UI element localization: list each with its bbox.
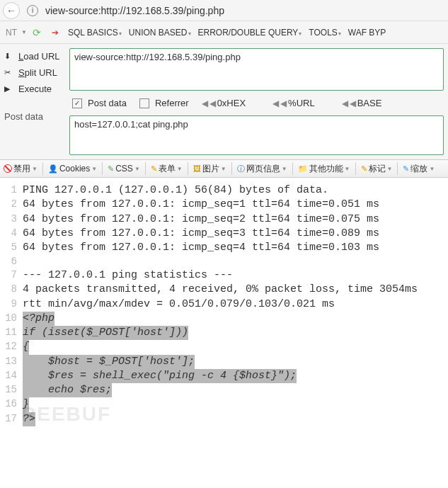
post-data-input[interactable]: host=127.0.0.1;cat ping.php: [69, 115, 444, 155]
mark-button[interactable]: ✎标记▼: [359, 163, 395, 175]
line-number: 10: [3, 312, 23, 326]
download-icon: ⬇: [4, 52, 14, 61]
cookie-icon: 👤: [48, 164, 58, 174]
source-line: 64 bytes from 127.0.0.1: icmp_seq=3 ttl=…: [23, 227, 379, 241]
line-number: 2: [3, 198, 23, 212]
sidebar: ⬇ Load URL ✂ Split URL ▶ Execute Post da…: [0, 44, 69, 159]
line-number: 12: [3, 340, 23, 354]
zoom-button[interactable]: ✎缩放▼: [401, 163, 437, 175]
source-code-view: 1PING 127.0.0.1 (127.0.0.1) 56(84) bytes…: [0, 178, 448, 432]
source-line: $host = $_POST['host'];: [23, 355, 195, 369]
menu-union-based[interactable]: UNION BASED▾: [126, 28, 194, 38]
developer-toolbar: 禁用▼ 👤Cookies▼ ✎CSS▼ ✎表单▼ 🖼图片▼ ⓘ网页信息▼ 📁其他…: [0, 159, 448, 178]
source-line: echo $res;: [23, 383, 112, 397]
address-bar[interactable]: view-source:http://192.168.5.39/ping.php: [41, 5, 445, 16]
browser-nav: ← i view-source:http://192.168.5.39/ping…: [0, 0, 448, 21]
source-line: 64 bytes from 127.0.0.1: icmp_seq=4 ttl=…: [23, 241, 379, 255]
info-icon: ⓘ: [237, 164, 245, 174]
post-data-checkbox-label: Post data: [88, 98, 127, 108]
hackbar-main: ⬇ Load URL ✂ Split URL ▶ Execute Post da…: [0, 44, 448, 159]
referrer-checkbox-label: Referrer: [155, 98, 189, 108]
menu-tools[interactable]: TOOLS▾: [306, 28, 343, 38]
line-number: 7: [3, 268, 23, 283]
source-line: rtt min/avg/max/mdev = 0.051/0.079/0.103…: [23, 297, 335, 312]
source-line: {: [23, 340, 29, 354]
content-column: view-source:http://192.168.5.39/ping.php…: [69, 44, 448, 159]
site-info-icon[interactable]: i: [27, 5, 38, 16]
line-number: 16: [3, 397, 23, 412]
pencil-icon: ✎: [403, 164, 409, 174]
split-icon: ✂: [4, 68, 14, 77]
line-number: 11: [3, 326, 23, 340]
source-line: <?php: [23, 312, 54, 326]
post-data-label: Post data: [3, 97, 67, 125]
line-number: 17: [3, 412, 23, 426]
arrow-right-icon[interactable]: ➔: [50, 27, 61, 38]
folder-icon: 📁: [298, 164, 308, 174]
menu-waf[interactable]: WAF BYP: [345, 28, 389, 38]
line-number: 8: [3, 283, 23, 297]
disable-button[interactable]: 禁用▼: [1, 163, 40, 175]
pencil-icon: ✎: [151, 164, 157, 174]
line-number: 14: [3, 369, 23, 383]
menu-sql-basics[interactable]: SQL BASICS▾: [65, 28, 125, 38]
load-url-button[interactable]: ⬇ Load URL: [3, 48, 67, 64]
referrer-checkbox[interactable]: [139, 98, 149, 108]
separator: [188, 162, 188, 175]
line-number: 5: [3, 241, 23, 255]
other-button[interactable]: 📁其他功能▼: [296, 163, 352, 175]
images-button[interactable]: 🖼图片▼: [191, 163, 229, 175]
play-icon: ▶: [4, 84, 14, 93]
line-number: 13: [3, 355, 23, 369]
tab-dropdown-icon[interactable]: ▼: [21, 29, 27, 35]
image-icon: 🖼: [193, 164, 201, 173]
pencil-icon: ✎: [361, 164, 367, 174]
source-line: }: [23, 397, 29, 412]
info-button[interactable]: ⓘ网页信息▼: [235, 163, 289, 175]
separator: [102, 162, 103, 175]
back-button[interactable]: ←: [3, 2, 20, 19]
separator: [397, 162, 398, 175]
source-line: if (isset($_POST['host'])): [23, 326, 188, 340]
menu-error-double[interactable]: ERROR/DOUBLE QUERY▾: [195, 28, 305, 38]
source-line: --- 127.0.0.1 ping statistics ---: [23, 268, 233, 283]
execute-button[interactable]: ▶ Execute: [3, 81, 67, 97]
source-line: 4 packets transmitted, 4 received, 0% pa…: [23, 283, 418, 297]
reload-icon[interactable]: ⟳: [31, 27, 42, 38]
split-url-button[interactable]: ✂ Split URL: [3, 64, 67, 81]
url-encode-button[interactable]: ◀◀ %URL: [272, 98, 315, 108]
source-line: $res = shell_exec("ping -c 4 {$host}");: [23, 369, 297, 383]
line-number: 4: [3, 227, 23, 241]
source-line: ?>: [23, 412, 35, 426]
separator: [355, 162, 356, 175]
source-line: 64 bytes from 127.0.0.1: icmp_seq=2 ttl=…: [23, 212, 379, 227]
separator: [145, 162, 146, 175]
tab-label: NT: [3, 28, 20, 38]
post-data-checkbox[interactable]: ✓: [72, 98, 82, 108]
line-number: 6: [3, 255, 23, 268]
no-entry-icon: [4, 164, 12, 173]
line-number: 9: [3, 297, 23, 312]
pencil-icon: ✎: [108, 164, 114, 174]
cookies-button[interactable]: 👤Cookies▼: [46, 164, 99, 174]
separator: [292, 162, 293, 175]
separator: [42, 162, 43, 175]
source-line: PING 127.0.0.1 (127.0.0.1) 56(84) bytes …: [23, 183, 328, 198]
base-encode-button[interactable]: ◀◀ BASE: [342, 98, 382, 108]
hex-encode-button[interactable]: ◀◀ 0xHEX: [202, 98, 246, 108]
line-number: 1: [3, 183, 23, 198]
forms-button[interactable]: ✎表单▼: [149, 163, 185, 175]
line-number: 15: [3, 383, 23, 397]
source-line: 64 bytes from 127.0.0.1: icmp_seq=1 ttl=…: [23, 198, 379, 212]
url-input[interactable]: view-source:http://192.168.5.39/ping.php: [69, 48, 444, 91]
line-number: 3: [3, 212, 23, 227]
separator: [231, 162, 232, 175]
css-button[interactable]: ✎CSS▼: [105, 164, 142, 174]
options-row: ✓ Post data Referrer ◀◀ 0xHEX ◀◀ %URL ◀◀…: [69, 91, 444, 114]
hackbar-toolbar: NT ▼ ⟳ ➔ SQL BASICS▾ UNION BASED▾ ERROR/…: [0, 21, 448, 44]
